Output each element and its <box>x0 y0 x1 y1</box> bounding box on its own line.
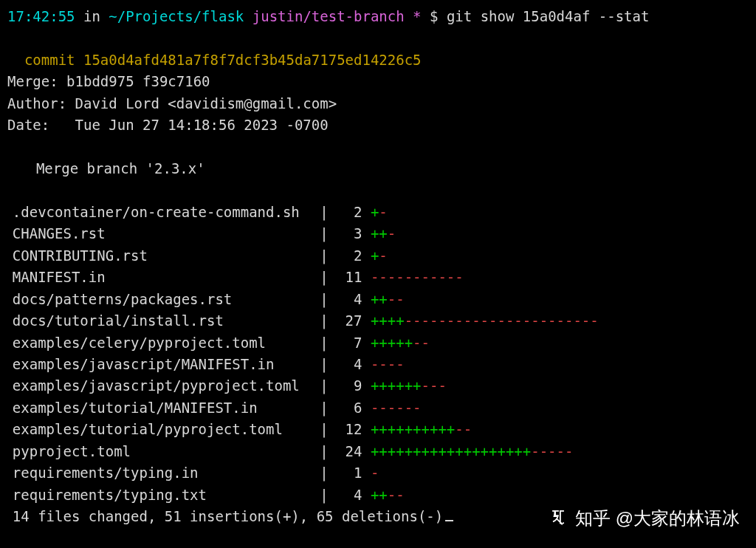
diffstat-deletions: -- <box>388 484 405 506</box>
diffstat-deletions: -- <box>413 332 430 354</box>
pipe-separator: | <box>312 332 337 354</box>
diffstat-deletions: --- <box>422 375 447 397</box>
diffstat-row: examples/tutorial/pyproject.toml | 12 ++… <box>7 419 749 440</box>
diffstat-row: examples/celery/pyproject.toml | 7 +++++… <box>7 332 749 354</box>
diffstat-deletions: ------ <box>371 397 422 419</box>
commit-hash: 15a0d4afd481a7f8f7dcf3b45da7175ed14226c5 <box>83 52 422 68</box>
diffstat-insertions: +++++++++++++++++++ <box>371 441 531 462</box>
diffstat-filename: MANIFEST.in <box>7 267 312 288</box>
diffstat-filename: examples/tutorial/pyproject.toml <box>7 419 312 440</box>
diffstat-count: 6 <box>337 397 362 419</box>
pipe-separator: | <box>312 289 337 310</box>
zhihu-icon <box>549 508 568 527</box>
prompt-in: in <box>75 8 109 24</box>
diffstat-count: 11 <box>337 267 362 288</box>
pipe-separator: | <box>312 202 337 223</box>
commit-line: commit 15a0d4afd481a7f8f7dcf3b45da7175ed… <box>7 27 749 71</box>
prompt-dollar: $ <box>422 8 447 24</box>
diffstat-filename: .devcontainer/on-create-command.sh <box>7 202 312 223</box>
diffstat-count: 3 <box>337 223 362 244</box>
pipe-separator: | <box>312 441 337 462</box>
blank-line <box>7 137 749 158</box>
pipe-separator: | <box>312 245 337 267</box>
diffstat-count: 2 <box>337 245 362 267</box>
diffstat-filename: examples/javascript/MANIFEST.in <box>7 354 312 375</box>
diffstat-row: MANIFEST.in | 11 ----------- <box>7 267 749 288</box>
diffstat-count: 4 <box>337 354 362 375</box>
diffstat-row: examples/javascript/pyproject.toml | 9 +… <box>7 375 749 397</box>
diffstat-count: 1 <box>337 462 362 484</box>
pipe-separator: | <box>312 375 337 397</box>
diffstat-deletions: - <box>379 245 387 267</box>
prompt-time: 17:42:55 <box>7 8 75 24</box>
diffstat-insertions: ++ <box>371 484 388 506</box>
pipe-separator: | <box>312 397 337 419</box>
diffstat-row: requirements/typing.in | 1 - <box>7 462 749 484</box>
shell-prompt[interactable]: 17:42:55 in ~/Projects/flask justin/test… <box>7 6 749 27</box>
diffstat-row: .devcontainer/on-create-command.sh | 2 +… <box>7 202 749 223</box>
diffstat-filename: docs/tutorial/install.rst <box>7 310 312 332</box>
diffstat-insertions: ++++++ <box>371 375 422 397</box>
prompt-command: git show 15a0d4af --stat <box>447 8 650 24</box>
diffstat-count: 24 <box>337 441 362 462</box>
diffstat-filename: requirements/typing.in <box>7 462 312 484</box>
diffstat-filename: requirements/typing.txt <box>7 484 312 506</box>
diffstat-insertions: ++ <box>371 289 388 310</box>
diffstat-filename: CONTRIBUTING.rst <box>7 245 312 267</box>
diffstat-count: 4 <box>337 484 362 506</box>
diffstat-deletions: - <box>388 223 396 244</box>
diffstat-filename: docs/patterns/packages.rst <box>7 289 312 310</box>
prompt-branch: justin/test-branch <box>244 8 413 24</box>
diffstat-count: 9 <box>337 375 362 397</box>
cursor-icon <box>445 520 453 521</box>
diffstat-deletions: ----- <box>531 441 573 462</box>
diffstat-row: docs/tutorial/install.rst | 27 ++++-----… <box>7 310 749 332</box>
pipe-separator: | <box>312 267 337 288</box>
diffstat-filename: examples/celery/pyproject.toml <box>7 332 312 354</box>
diffstat-count: 27 <box>337 310 362 332</box>
watermark: 知乎 @大家的林语冰 <box>549 504 740 532</box>
diffstat-insertions: +++++ <box>371 332 413 354</box>
diffstat-row: docs/patterns/packages.rst | 4 ++-- <box>7 289 749 310</box>
commit-message: Merge branch '2.3.x' <box>7 158 749 179</box>
diffstat-row: pyproject.toml | 24 +++++++++++++++++++-… <box>7 441 749 462</box>
diffstat-deletions: -- <box>388 289 405 310</box>
pipe-separator: | <box>312 310 337 332</box>
diffstat-count: 7 <box>337 332 362 354</box>
diffstat-insertions: + <box>371 245 379 267</box>
diffstat-row: requirements/typing.txt | 4 ++-- <box>7 484 749 506</box>
diffstat-insertions: ++ <box>371 223 388 244</box>
diffstat-filename: examples/javascript/pyproject.toml <box>7 375 312 397</box>
pipe-separator: | <box>312 354 337 375</box>
author-line: Author: David Lord <davidism@gmail.com> <box>7 93 749 114</box>
pipe-separator: | <box>312 462 337 484</box>
diffstat-deletions: - <box>379 202 387 223</box>
diffstat-row: CONTRIBUTING.rst | 2 +- <box>7 245 749 267</box>
diffstat-row: examples/javascript/MANIFEST.in | 4 ---- <box>7 354 749 375</box>
diffstat-row: CHANGES.rst | 3 ++- <box>7 223 749 244</box>
blank-line <box>7 180 749 202</box>
diffstat-count: 4 <box>337 289 362 310</box>
diffstat-filename: CHANGES.rst <box>7 223 312 244</box>
date-line: Date: Tue Jun 27 14:18:56 2023 -0700 <box>7 114 749 136</box>
diffstat-filename: pyproject.toml <box>7 441 312 462</box>
diffstat-insertions: ++++ <box>371 310 405 332</box>
diffstat-deletions: ---- <box>371 354 405 375</box>
diffstat-deletions: ----------- <box>371 267 464 288</box>
merge-line: Merge: b1bdd975 f39c7160 <box>7 71 749 92</box>
diffstat-deletions: ----------------------- <box>405 310 599 332</box>
pipe-separator: | <box>312 419 337 440</box>
diffstat-insertions: ++++++++++ <box>371 419 455 440</box>
diffstat-block: .devcontainer/on-create-command.sh | 2 +… <box>7 202 749 506</box>
commit-label: commit <box>24 52 83 68</box>
diffstat-deletions: - <box>371 462 379 484</box>
watermark-text: 知乎 @大家的林语冰 <box>575 504 740 532</box>
diffstat-row: examples/tutorial/MANIFEST.in | 6 ------ <box>7 397 749 419</box>
diffstat-filename: examples/tutorial/MANIFEST.in <box>7 397 312 419</box>
prompt-dirty: * <box>413 8 421 24</box>
diffstat-insertions: + <box>371 202 379 223</box>
diffstat-count: 2 <box>337 202 362 223</box>
pipe-separator: | <box>312 484 337 506</box>
diffstat-deletions: -- <box>455 419 472 440</box>
prompt-path: ~/Projects/flask <box>109 8 244 24</box>
